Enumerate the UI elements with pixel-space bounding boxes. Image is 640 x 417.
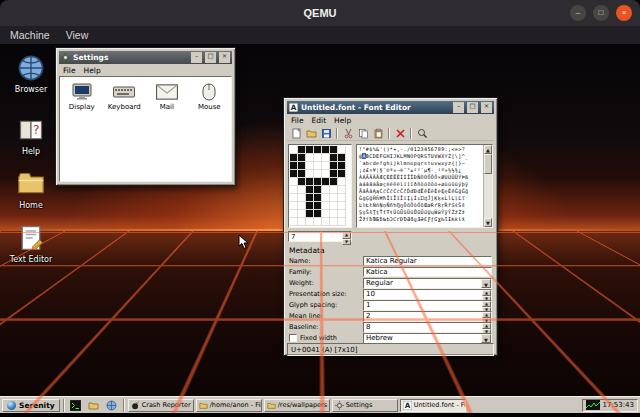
glyph-pixel[interactable] [322, 154, 330, 162]
task-button-crash-reporter[interactable]: Crash Reporter [128, 399, 194, 412]
menu-help[interactable]: Help [334, 116, 351, 125]
glyph-pixel[interactable] [306, 210, 314, 218]
minimize-button[interactable]: – [191, 52, 202, 63]
fixed-width-checkbox[interactable] [289, 334, 297, 342]
glyph-pixel[interactable] [322, 146, 330, 154]
menu-edit[interactable]: Edit [312, 116, 327, 125]
task-button-settings[interactable]: Settings [332, 399, 398, 412]
family-input[interactable] [363, 267, 492, 277]
glyph-pixel[interactable] [298, 202, 306, 210]
scroll-down-icon[interactable]: ▼ [484, 218, 492, 227]
glyph-pixel[interactable] [314, 186, 322, 194]
glyph-pixel[interactable] [306, 154, 314, 162]
settings-item-display[interactable]: Display [65, 83, 99, 111]
copy-button[interactable] [356, 127, 370, 140]
minimize-button[interactable]: – [453, 102, 464, 113]
glyph-pixel[interactable] [298, 178, 306, 186]
menu-file[interactable]: File [63, 66, 76, 75]
glyph-pixel[interactable] [322, 170, 330, 178]
glyph-pixel[interactable] [298, 186, 306, 194]
charmap-cell[interactable]: ľ [462, 195, 465, 201]
glyph-width-spinner[interactable]: 7 ▲ ▼ [288, 231, 352, 242]
glyph-spacing-spinner[interactable]: 1 ▲ ▼ [363, 300, 492, 311]
glyph-pixel[interactable] [322, 178, 330, 186]
glyph-pixel[interactable] [338, 170, 346, 178]
glyph-pixel[interactable] [290, 178, 298, 186]
menu-view[interactable]: View [66, 29, 89, 41]
glyph-pixel[interactable] [330, 202, 338, 210]
glyph-pixel[interactable] [290, 146, 298, 154]
glyph-pixel[interactable] [298, 194, 306, 202]
glyph-pixel[interactable] [330, 146, 338, 154]
delete-button[interactable] [393, 127, 407, 140]
charmap-cell[interactable]: _ [465, 153, 468, 159]
cut-button[interactable] [341, 127, 355, 140]
charmap-cell[interactable]: ~ [462, 160, 465, 166]
glyph-pixel[interactable] [314, 202, 322, 210]
settings-item-keyboard[interactable]: Keyboard [108, 83, 142, 111]
glyph-pixel[interactable] [314, 162, 322, 170]
glyph-pixel[interactable] [322, 162, 330, 170]
glyph-pixel[interactable] [314, 154, 322, 162]
settings-item-mouse[interactable]: Mouse [193, 83, 227, 111]
menu-machine[interactable]: Machine [10, 29, 50, 41]
desktop-icon-text-editor[interactable]: Text Editor [2, 224, 60, 264]
charmap-cell[interactable]: ğ [465, 188, 468, 194]
minimize-button[interactable]: – [570, 5, 586, 21]
glyph-pixel[interactable] [338, 154, 346, 162]
menu-file[interactable]: File [291, 116, 304, 125]
close-button[interactable]: × [219, 52, 230, 63]
glyph-pixel[interactable] [306, 202, 314, 210]
glyph-pixel[interactable] [314, 178, 322, 186]
desktop-icon-browser[interactable]: Browser [2, 54, 60, 94]
charmap-cell[interactable]: ƛ [462, 216, 465, 222]
glyph-pixel[interactable] [306, 186, 314, 194]
scrollbar-thumb[interactable] [484, 154, 492, 174]
chevron-down-icon[interactable]: ▼ [481, 334, 491, 343]
quick-launch-file-manager[interactable] [86, 399, 102, 412]
name-input[interactable] [363, 256, 492, 266]
glyph-pixel[interactable] [290, 162, 298, 170]
settings-titlebar[interactable]: Settings – □ × [59, 51, 232, 64]
glyph-editor[interactable] [288, 144, 352, 228]
glyph-pixel[interactable] [330, 170, 338, 178]
zoom-button[interactable] [415, 127, 429, 140]
task-button-file-manager-wallpapers[interactable]: /res/wallpapers - File Manager [264, 399, 330, 412]
scroll-up-icon[interactable]: ▲ [484, 145, 492, 154]
cpu-graph-icon[interactable] [586, 400, 600, 410]
glyph-pixel[interactable] [330, 178, 338, 186]
open-button[interactable] [304, 127, 318, 140]
glyph-pixel[interactable] [314, 218, 322, 226]
glyph-pixel[interactable] [298, 170, 306, 178]
glyph-pixel[interactable] [330, 154, 338, 162]
glyph-pixel[interactable] [322, 210, 330, 218]
charmap-cell[interactable]: ? [462, 146, 465, 152]
baseline-spinner[interactable]: 8 ▲ ▼ [363, 322, 492, 333]
glyph-pixel[interactable] [306, 170, 314, 178]
charmap-cell[interactable]: ß [465, 174, 468, 180]
glyph-pixel[interactable] [290, 154, 298, 162]
glyph-pixel[interactable] [330, 218, 338, 226]
new-file-button[interactable] [289, 127, 303, 140]
glyph-pixel[interactable] [322, 218, 330, 226]
script-select[interactable]: Hebrew ▼ [363, 333, 492, 344]
task-button-font-editor[interactable]: A Untitled.font - Font Editor [400, 399, 466, 412]
charmap-scrollbar[interactable]: ▲ ▼ [483, 145, 492, 227]
glyph-pixel[interactable] [330, 194, 338, 202]
taskbar-clock[interactable]: 17:53:43 [603, 401, 634, 409]
maximize-button[interactable]: □ [205, 52, 216, 63]
glyph-pixel[interactable] [338, 202, 346, 210]
close-button[interactable]: × [481, 102, 492, 113]
start-button[interactable]: Serenity [2, 399, 60, 412]
charmap-cell[interactable]: ŝ [462, 202, 465, 208]
scrollbar-track[interactable] [484, 154, 492, 218]
glyph-pixel[interactable] [290, 210, 298, 218]
glyph-pixel[interactable] [314, 210, 322, 218]
glyph-pixel[interactable] [338, 218, 346, 226]
glyph-pixel[interactable] [314, 146, 322, 154]
save-button[interactable] [319, 127, 333, 140]
glyph-pixel[interactable] [330, 186, 338, 194]
quick-launch-terminal[interactable] [68, 399, 84, 412]
glyph-pixel[interactable] [298, 146, 306, 154]
task-button-file-manager-home[interactable]: /home/anon - File Manager [196, 399, 262, 412]
